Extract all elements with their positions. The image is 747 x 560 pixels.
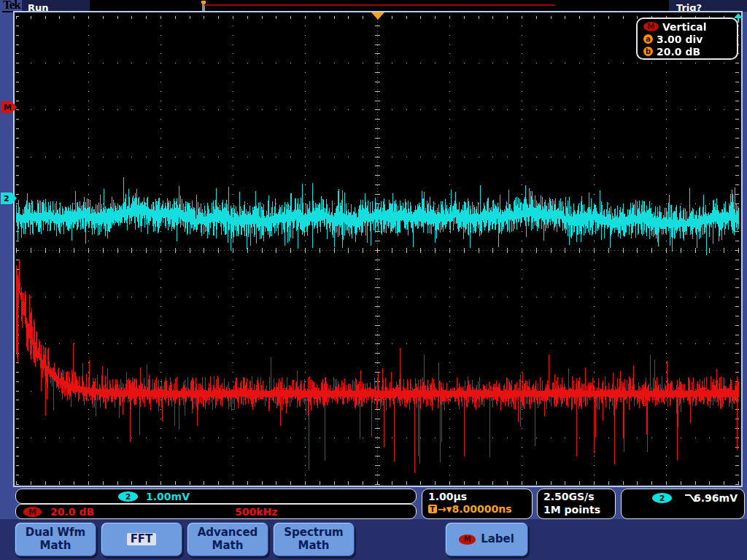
knob-b-icon: b <box>643 47 653 56</box>
trigger-readout: 2 6.96mV <box>621 489 745 519</box>
button-label: Math <box>298 540 330 552</box>
horizontal-readout: 1.00µs T → ▼ 8.00000ns <box>422 489 533 519</box>
trigger-delay-icon: T <box>428 505 437 513</box>
vertical-box-title: Vertical <box>662 21 707 33</box>
button-label: Advanced <box>198 526 258 539</box>
spectrum-math-button[interactable]: Spectrum Math <box>273 522 355 556</box>
sample-rate-value: 2.50GS/s <box>543 491 615 502</box>
math-badge-icon: M <box>459 534 476 545</box>
button-label-selected: FFT <box>127 533 157 545</box>
trigger-source-badge-icon: 2 <box>652 493 672 503</box>
ch2-scale-value: 1.00mV <box>146 491 190 502</box>
vertical-scale-div: 3.00 div <box>657 34 703 45</box>
expansion-point-marker <box>202 1 205 11</box>
arrow-icon: → <box>438 503 446 515</box>
vertical-scale-db: 20.0 dB <box>657 46 700 58</box>
menu-bar: Dual Wfm Math FFT Advanced Math Spectrum… <box>0 519 747 560</box>
math-span-value: 500kHz <box>235 506 277 518</box>
label-button[interactable]: M Label <box>445 522 528 556</box>
math-scale-readout: M 20.0 dB 500kHz <box>15 504 417 519</box>
display-area <box>15 12 741 486</box>
math-badge-icon: M <box>643 22 659 31</box>
button-label: Label <box>481 533 514 545</box>
expansion-point-cap-icon <box>201 1 206 4</box>
button-label: Dual Wfm <box>26 526 85 539</box>
advanced-math-button[interactable]: Advanced Math <box>187 522 268 556</box>
trigger-level-value: 6.96mV <box>694 492 738 504</box>
record-length-value: 1M points <box>543 504 615 516</box>
trigger-position-icon <box>371 12 384 20</box>
vertical-settings-box: M Vertical a 3.00 div b 20.0 dB <box>636 18 738 60</box>
acquisition-status-bar: Run <box>22 0 90 12</box>
record-progress-line <box>204 4 555 6</box>
graticule-canvas <box>15 12 741 486</box>
delay-triangle-icon: ▼ <box>446 505 452 513</box>
oscilloscope-screen: Tek Run Trig? M 2 M Vertical a 3.00 div … <box>0 0 747 560</box>
horizontal-delay-value: 8.00000ns <box>452 503 511 515</box>
knob-a-icon: a <box>643 34 653 44</box>
ch2-badge-icon: 2 <box>118 491 138 502</box>
button-label: Spectrum <box>284 526 343 539</box>
horizontal-scale-value: 1.00µs <box>428 491 532 502</box>
display-frame <box>13 11 743 487</box>
record-view-bar <box>90 0 669 12</box>
button-label: Math <box>212 540 244 552</box>
acquisition-readout: 2.50GS/s 1M points <box>537 489 616 519</box>
math-scale-value: 20.0 dB <box>50 506 94 518</box>
fft-button[interactable]: FFT <box>101 522 182 556</box>
dual-wfm-math-button[interactable]: Dual Wfm Math <box>15 522 96 556</box>
math-badge-icon: M <box>23 507 42 517</box>
trigger-status-bar: Trig? <box>669 0 747 12</box>
button-label: Math <box>40 540 71 552</box>
ch2-scale-readout: 2 1.00mV <box>15 489 417 504</box>
